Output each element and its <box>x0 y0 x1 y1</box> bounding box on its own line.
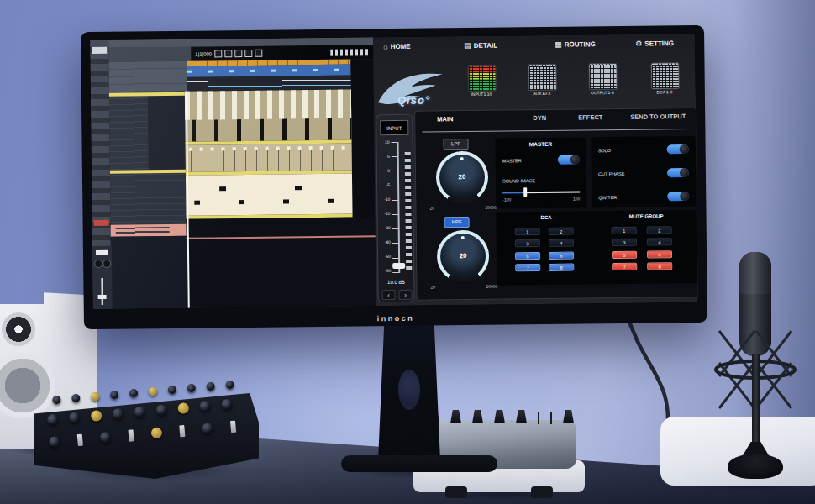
daw-inspector-subpanel <box>148 96 186 170</box>
knob-max-label: 20000 <box>485 205 497 210</box>
dca-button-7[interactable]: 7 <box>515 264 540 271</box>
daw-note-lane[interactable] <box>186 174 353 216</box>
hpf-frequency-knob[interactable]: 20 <box>437 230 490 283</box>
master-title: MASTER <box>496 140 586 147</box>
meter-dca[interactable] <box>650 62 679 89</box>
channel-fader-cap[interactable] <box>98 295 107 299</box>
channel-knob[interactable] <box>94 260 103 268</box>
daw-piano-roll[interactable] <box>185 90 352 142</box>
dca-button-5[interactable]: 5 <box>515 252 540 260</box>
stand-cable-hole <box>398 370 420 410</box>
tab-send-to-output[interactable]: SEND TO OUTPUT <box>630 113 686 121</box>
dca-button-3[interactable]: 3 <box>515 239 540 247</box>
daw-timecode: 1|1|000 <box>195 51 212 56</box>
fader-track[interactable] <box>397 142 401 273</box>
transport-button[interactable] <box>244 50 252 57</box>
dca-button-2[interactable]: 2 <box>549 228 574 235</box>
daw-empty-area <box>187 217 376 308</box>
knob-min-label: 20 <box>429 205 434 210</box>
scale-tick-label: -5 <box>379 183 390 187</box>
daw-track-list[interactable] <box>108 61 187 92</box>
daw-screen-region: 1|1|000 <box>90 37 376 309</box>
meter-label: AUX EFX <box>520 91 564 97</box>
dca-button-8[interactable]: 8 <box>549 264 574 271</box>
desk-setup-scene: 1|1|000 <box>0 0 815 504</box>
prev-channel-button[interactable]: ‹ <box>382 290 396 300</box>
dca-mute-box: DCA MUTE GROUP 1 2 3 4 5 6 7 8 1 2 3 4 <box>496 210 697 286</box>
daw-velocity-lane[interactable] <box>186 144 352 172</box>
scale-tick-label: 5 <box>379 155 390 159</box>
transport-button[interactable] <box>255 50 262 57</box>
scale-tick-label: -50 <box>380 255 391 259</box>
knob-value: 20 <box>437 252 489 260</box>
daw-lower-panel <box>111 236 187 309</box>
meter-label: INPUT1-16 <box>460 92 503 97</box>
master-toggle-label: MASTER <box>502 158 522 163</box>
mute-group-button-5[interactable]: 5 <box>612 251 637 259</box>
nav-routing[interactable]: ▦ ROUTING <box>555 39 596 49</box>
meter-aux[interactable] <box>528 64 556 91</box>
microphone-stand-base <box>728 454 783 479</box>
solo-toggle[interactable] <box>667 144 689 154</box>
wing-icon <box>376 68 454 116</box>
mute-group-button-3[interactable]: 3 <box>612 239 637 246</box>
fader-scale: 10 5 0 -5 -10 -20 -30 -40 -50 -60 <box>379 140 392 273</box>
tab-dyn[interactable]: DYN <box>533 114 546 122</box>
cut-phase-label: CUT PHASE <box>598 171 624 176</box>
scale-tick-label: -60 <box>380 269 391 273</box>
mute-group-button-2[interactable]: 2 <box>647 226 672 234</box>
daw-channel-strip[interactable] <box>92 246 113 309</box>
channel-knob[interactable] <box>103 260 111 268</box>
daw-toolbar-button[interactable] <box>92 47 107 54</box>
monitor-screen: 1|1|000 <box>90 34 698 309</box>
nav-label: ROUTING <box>565 40 596 48</box>
transport-button[interactable] <box>234 50 242 57</box>
sound-image-handle[interactable] <box>523 187 527 197</box>
mute-group-title: MUTE GROUP <box>597 213 697 219</box>
slider-min-label: -100 <box>502 197 511 202</box>
nav-home[interactable]: ⌂ HOME <box>383 42 411 50</box>
daw-arrange-rows[interactable] <box>187 76 351 92</box>
mute-group-button-8[interactable]: 8 <box>647 262 672 270</box>
master-toggle[interactable] <box>558 155 580 164</box>
tab-effect[interactable]: EFFECT <box>578 113 602 121</box>
mute-group-button-1[interactable]: 1 <box>612 227 637 234</box>
channel-fader-track[interactable] <box>101 278 103 305</box>
next-channel-button[interactable]: › <box>399 290 413 300</box>
fader-value: 10.0 dB <box>378 280 413 285</box>
tab-main[interactable]: MAIN <box>437 115 453 123</box>
mixer-app-region: ⌂ HOME ▤ DETAIL ▦ ROUTING ⚙ SETTING <box>373 34 698 306</box>
scale-tick-label: 0 <box>379 169 390 173</box>
channel-fader-cap[interactable] <box>96 250 108 255</box>
dca-button-4[interactable]: 4 <box>549 239 574 247</box>
dca-button-6[interactable]: 6 <box>549 252 574 260</box>
lpf-button[interactable]: LPF <box>443 139 468 150</box>
channel-toggles-box: SOLO CUT PHASE QWITER <box>591 136 696 207</box>
lpf-frequency-knob[interactable]: 20 <box>436 151 489 204</box>
mute-group-button-4[interactable]: 4 <box>647 238 672 245</box>
meter-output[interactable] <box>588 63 617 90</box>
qwiter-toggle[interactable] <box>667 192 689 201</box>
transport-button[interactable] <box>214 50 222 57</box>
dca-title: DCA <box>497 214 597 220</box>
dca-button-1[interactable]: 1 <box>515 228 540 235</box>
transport-button[interactable] <box>224 50 232 57</box>
cut-phase-toggle[interactable] <box>667 168 689 177</box>
hpf-button[interactable]: HPF <box>444 217 470 228</box>
meter-input[interactable] <box>467 65 496 92</box>
nav-detail[interactable]: ▤ DETAIL <box>464 41 497 50</box>
fader-handle[interactable] <box>392 263 405 269</box>
mute-group-button-7[interactable]: 7 <box>612 263 637 270</box>
daw-highlighted-track[interactable] <box>111 224 187 237</box>
home-icon: ⌂ <box>383 42 388 50</box>
nav-label: SETTING <box>644 39 674 47</box>
app-logo: Qiso° <box>376 68 454 116</box>
daw-record-button[interactable] <box>94 220 109 226</box>
sound-image-slider[interactable] <box>502 191 580 193</box>
scale-tick-label: -20 <box>379 212 390 216</box>
mute-group-button-6[interactable]: 6 <box>647 250 672 258</box>
nav-setting[interactable]: ⚙ SETTING <box>635 39 674 48</box>
scale-tick-label: 10 <box>379 140 390 144</box>
mixer-main-panel: MAIN DYN EFFECT SEND TO OUTPUT LPF 20 20… <box>414 108 698 301</box>
monitor-stand-column <box>378 321 440 460</box>
